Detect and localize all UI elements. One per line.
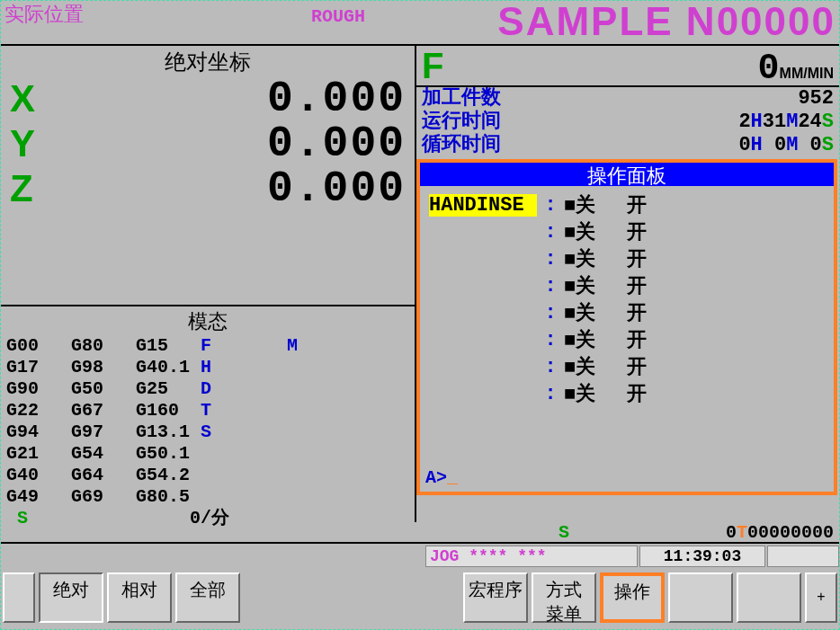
jog-mode-box: JOG **** *** [425,546,638,567]
op-panel-row[interactable]: :■关开 [429,245,825,272]
program-name-label: SAMPLE N00000 [497,0,836,44]
operator-panel-title: 操作面板 [420,163,834,186]
absolute-coords-panel: 绝对坐标 X 0.000 Y 0.000 Z 0.000 [1,46,415,306]
op-row-on[interactable]: 开 [627,326,690,353]
op-panel-row[interactable]: :■关开 [429,218,825,245]
op-panel-row[interactable]: :■关开 [429,353,825,380]
run-time-label: 运行时间 [422,111,501,134]
op-row-colon: : [537,248,564,271]
op-row-colon: : [537,275,564,297]
parts-count-label: 加工件数 [422,87,501,111]
op-row-off[interactable]: ■关 [564,326,627,353]
clock-box: 11:39:03 [639,546,765,567]
feed-f-label: F [422,46,443,86]
parts-count-row: 加工件数 952 [422,87,834,111]
softkey-next[interactable]: + [805,572,837,623]
op-panel-row[interactable]: :■关开 [429,380,825,407]
op-row-on[interactable]: 开 [627,191,690,218]
parts-count-value: 952 [798,87,834,111]
softkey-operate[interactable]: 操作 [600,572,665,623]
softkey-macro[interactable]: 宏程序 [463,572,528,623]
op-panel-row[interactable]: HANDINSE:■关开 [429,191,825,218]
abs-coords-title: 绝对坐标 [1,46,415,76]
mode-rough-label: ROUGH [311,6,365,27]
axis-y-value: 0.000 [64,120,415,168]
mdi-prompt[interactable]: A>_ [425,467,458,488]
status-spacer [767,546,839,567]
softkey-blank-1[interactable] [668,572,733,623]
op-row-off[interactable]: ■关 [564,191,627,218]
coord-row-y: Y 0.000 [1,121,415,166]
op-row-name: HANDINSE [429,194,537,217]
status-bar: S 0T00000000 [1,522,839,544]
op-panel-row[interactable]: :■关开 [429,272,825,299]
op-panel-row[interactable]: :■关开 [429,299,825,326]
op-panel-row[interactable]: :■关开 [429,326,825,353]
op-row-off[interactable]: ■关 [564,299,627,326]
op-row-on[interactable]: 开 [627,353,690,380]
axis-x-value: 0.000 [64,75,415,123]
cycle-time-label: 循环时间 [422,134,501,157]
op-row-colon: : [537,221,564,244]
status-s-label: S [559,522,569,543]
jog-mode-label: JOG [430,547,459,565]
softkey-mode-menu[interactable]: 方式菜单 [532,572,596,623]
softkey-bar: 绝对 相对 全部 宏程序 方式菜单 操作 + [1,571,839,626]
softkey-absolute[interactable]: 绝对 [39,572,103,623]
axis-z-label: Z [10,167,64,210]
jog-stars: **** *** [469,547,546,565]
op-row-on[interactable]: 开 [627,299,690,326]
prompt-a: A [425,467,436,488]
prompt-cursor-icon: _ [447,467,458,488]
op-row-off[interactable]: ■关 [564,245,627,272]
modal-gcode-grid: G00 G80 G15 F M G17 G98 G40.1 H G90 G50 … [6,335,409,508]
op-row-colon: : [537,383,564,405]
feed-value: 0 [443,49,779,89]
softkey-relative[interactable]: 相对 [107,572,172,623]
cycle-time-row: 循环时间 0H 0M 0S [422,134,834,157]
status-t-value: 0T00000000 [654,522,834,542]
op-row-off[interactable]: ■关 [564,353,627,380]
op-row-on[interactable]: 开 [627,380,690,407]
op-row-off[interactable]: ■关 [564,272,627,299]
coord-row-z: Z 0.000 [1,166,415,211]
cycle-time-value: 0H 0M 0S [738,134,834,157]
softkey-prev[interactable] [3,572,35,623]
feed-rate-row: F 0 MM/MIN [416,46,839,87]
axis-x-label: X [10,77,64,120]
op-row-colon: : [537,194,564,217]
op-row-on[interactable]: 开 [627,218,690,245]
modal-panel: 模态 G00 G80 G15 F M G17 G98 G40.1 H G90 G… [1,306,415,531]
coord-row-x: X 0.000 [1,76,415,121]
op-row-colon: : [537,302,564,324]
run-time-row: 运行时间 2H31M24S [422,111,834,134]
op-row-colon: : [537,356,564,378]
softkey-all[interactable]: 全部 [175,572,240,623]
op-row-off[interactable]: ■关 [564,218,627,245]
modal-title: 模态 [6,308,409,335]
op-row-on[interactable]: 开 [627,245,690,272]
axis-z-value: 0.000 [64,164,415,213]
run-time-value: 2H31M24S [738,111,834,134]
axis-y-label: Y [10,122,64,165]
softkey-blank-2[interactable] [737,572,801,623]
op-row-on[interactable]: 开 [627,272,690,299]
op-row-colon: : [537,329,564,351]
op-row-off[interactable]: ■关 [564,380,627,407]
operator-panel: 操作面板 HANDINSE:■关开:■关开:■关开:■关开:■关开:■关开:■关… [416,159,837,495]
feed-unit: MM/MIN [780,66,834,82]
page-title: 实际位置 [1,1,87,28]
